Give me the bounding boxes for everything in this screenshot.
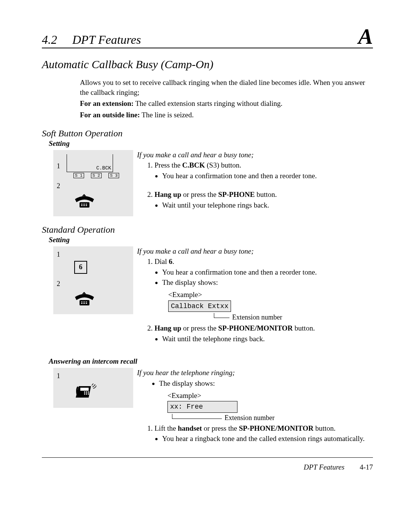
svg-rect-15: [84, 391, 85, 393]
s1-button: S 1: [73, 173, 84, 178]
footer-source: DPT Features: [304, 463, 344, 471]
pointer-ext-2: Extension number: [167, 413, 373, 423]
intro-ext-text: The called extension starts ringing with…: [134, 99, 282, 107]
s3-button: S 3: [108, 173, 119, 178]
deskphone-ringing-icon: [73, 382, 130, 403]
svg-rect-17: [88, 391, 89, 393]
footer-rule: [42, 457, 373, 458]
display-callback: Callback Extxx: [168, 300, 231, 312]
page-footer: DPT Features 4-17: [42, 463, 373, 471]
page-title: Automatic Callback Busy (Camp-On): [42, 58, 373, 71]
keypad-6-icon: 6: [74, 261, 87, 274]
soft-setting-label: Setting: [49, 139, 373, 148]
answer-step-1: Lift the handset or press the SP-PHONE/M…: [155, 423, 373, 444]
svg-rect-6: [86, 205, 87, 206]
answer-step1-bullet: You hear a ringback tone and the called …: [162, 434, 373, 444]
intro-ext-label: For an extension:: [80, 99, 134, 107]
std-diagram: 1 6 2: [53, 246, 133, 314]
svg-rect-0: [80, 202, 89, 208]
svg-rect-11: [81, 303, 83, 304]
svg-rect-12: [83, 303, 85, 304]
svg-rect-20: [88, 393, 89, 395]
intro-out-text: The line is seized.: [140, 111, 194, 119]
std-step1-bul2: The display shows:: [162, 278, 373, 288]
answer-diagram: 1: [53, 368, 133, 408]
svg-rect-5: [83, 205, 85, 206]
svg-rect-8: [81, 302, 83, 302]
svg-rect-1: [81, 204, 83, 204]
pointer-ext-1: Extension number: [168, 312, 373, 322]
std-setting-label: Setting: [49, 236, 373, 244]
section-num: 4.2: [42, 33, 57, 46]
svg-rect-9: [83, 302, 85, 302]
display-free: xx: Free: [167, 401, 237, 412]
soft-step2-bullet: Wait until your telephone rings back.: [162, 200, 373, 210]
page-header: 4.2 DPT Features A: [42, 27, 373, 48]
s2-button: S 2: [91, 173, 102, 178]
std-diagram-step-1: 1: [57, 251, 64, 259]
std-condition: If you make a call and hear a busy tone;: [137, 246, 373, 256]
intro-p1: Allows you to set to receive callback ri…: [80, 78, 373, 97]
std-step2-bullet: Wait until the telephone rings back.: [162, 334, 373, 344]
svg-rect-4: [81, 205, 83, 206]
soft-buttons-row: S 1 S 2 S 3: [73, 173, 119, 178]
std-step-1: Dial 6. You hear a confirmation tone and…: [155, 257, 373, 322]
intro-out-label: For an outside line:: [80, 111, 140, 119]
lcd-display: C.BCK: [67, 154, 113, 172]
diagram-step-2: 2: [57, 182, 64, 190]
soft-diagram: 1 C.BCK S 1 S 2 S 3 2: [53, 150, 133, 216]
std-diagram-step-2: 2: [57, 280, 64, 288]
svg-rect-13: [86, 303, 87, 304]
hangup-phone-icon: [73, 192, 130, 211]
example-label-1: <Example>: [168, 290, 373, 300]
answer-bul0: The display shows:: [159, 379, 373, 388]
example-label-2: <Example>: [167, 391, 373, 401]
std-step-2: Hang up or press the SP-PHONE/MONITOR bu…: [155, 323, 373, 343]
answer-condition: If you hear the telephone ringing;: [137, 368, 373, 378]
intro-block: Allows you to set to receive callback ri…: [80, 78, 373, 120]
hangup-phone-icon-2: [73, 290, 130, 309]
svg-rect-10: [86, 302, 87, 302]
index-letter: A: [358, 27, 373, 46]
soft-step-2: Hang up or press the SP-PHONE button. Wa…: [155, 190, 373, 210]
diagram-step-1: 1: [57, 162, 64, 170]
soft-step1-bullet: You hear a confirmation tone and then a …: [162, 171, 373, 181]
answer-heading: Answering an intercom recall: [49, 357, 373, 366]
svg-rect-7: [80, 300, 89, 305]
std-heading: Standard Operation: [42, 225, 373, 235]
svg-rect-19: [86, 393, 87, 395]
soft-condition: If you make a call and hear a busy tone;: [137, 150, 373, 160]
answer-diagram-step-1: 1: [57, 372, 64, 380]
soft-step-1: Press the C.BCK (S3) button. You hear a …: [155, 160, 373, 181]
lcd-cbck: C.BCK: [96, 165, 111, 171]
section-title: DPT Features: [72, 33, 141, 46]
svg-rect-16: [86, 391, 87, 393]
svg-rect-3: [86, 204, 87, 204]
std-step1-bul1: You hear a confirmation tone and then a …: [162, 267, 373, 277]
svg-rect-18: [84, 393, 85, 395]
footer-page-number: 4-17: [360, 463, 373, 471]
svg-rect-14: [80, 388, 89, 391]
soft-heading: Soft Button Operation: [42, 128, 373, 139]
svg-rect-2: [83, 204, 85, 204]
